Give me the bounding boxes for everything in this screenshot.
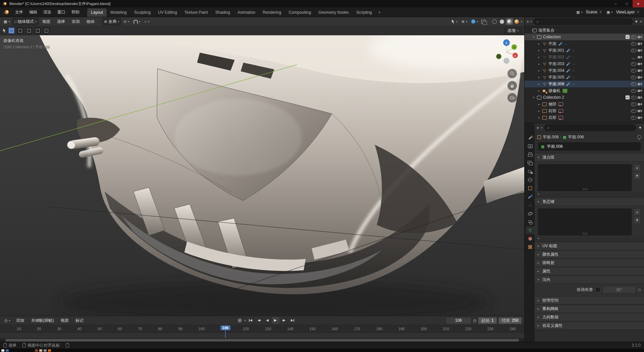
object-data-tab[interactable] (526, 226, 535, 234)
previous-keyframe-button[interactable] (255, 317, 263, 324)
outliner-item-label[interactable]: 平面.005 (548, 75, 564, 80)
disable-render-camera-icon[interactable] (638, 76, 642, 79)
preview-range-clock-icon[interactable]: ◷ (473, 319, 477, 322)
disable-render-camera-icon[interactable] (638, 103, 642, 106)
constraints-tab[interactable] (526, 218, 535, 226)
animate-property-icon[interactable] (638, 289, 641, 291)
snap-toggle[interactable]: ▾ (132, 18, 142, 25)
viewport-menu[interactable]: 选择 (54, 17, 68, 26)
mode-dropdown[interactable]: □ 物体模式 ▾ (12, 18, 39, 25)
workspace-tab[interactable]: Shading (212, 8, 234, 17)
disable-render-camera-icon[interactable] (638, 89, 642, 92)
expand-arrow-icon[interactable]: ▸ (537, 76, 541, 79)
mesh-name-field[interactable]: ▦ 平面.006 (538, 142, 641, 150)
outliner-row[interactable]: ▸ 平面.003 (525, 60, 644, 67)
material-tab[interactable] (526, 235, 535, 243)
expand-arrow-icon[interactable]: ▸ (537, 62, 541, 65)
disable-render-camera-icon[interactable] (638, 62, 642, 65)
outliner-row[interactable]: ▸ 平面.006 (525, 81, 644, 87)
outliner-row[interactable]: ▸ 平面.001 (525, 47, 644, 54)
list-footer-expand-icon[interactable]: ▸ (535, 192, 644, 197)
hide-viewport-eye-icon[interactable] (631, 116, 636, 120)
outliner-filter-icon[interactable]: ▼ (635, 20, 638, 24)
taskbar-icon[interactable] (35, 349, 38, 352)
timeline-menu[interactable]: 关键帧(插帧) (28, 316, 57, 325)
topbar-menu[interactable]: 渲染 (40, 8, 54, 17)
taskbar-icon[interactable] (39, 349, 42, 352)
texture-tab[interactable] (526, 243, 535, 251)
current-frame-badge[interactable]: 106 (220, 325, 230, 330)
outliner-row[interactable]: ▸ 后部 (525, 114, 644, 121)
tool-tab[interactable] (526, 134, 535, 142)
particles-tab[interactable] (526, 201, 535, 209)
timeline-scrollbar[interactable] (0, 338, 524, 342)
workspace-tab[interactable]: Layout (87, 8, 107, 17)
select-mode-subtract-button[interactable] (25, 27, 32, 34)
shading-solid-button[interactable] (499, 18, 505, 25)
render-tab[interactable] (526, 142, 535, 150)
xray-toggle[interactable] (480, 18, 487, 25)
outliner-item-label[interactable]: 平面.002 (548, 54, 564, 60)
outliner-row[interactable]: 场景集合 (525, 27, 644, 34)
viewlayer-field[interactable]: ViewLayer ✕ (614, 8, 641, 16)
hide-viewport-eye-icon[interactable] (631, 42, 636, 46)
outliner-item-label[interactable]: Collection (543, 35, 561, 39)
outliner-item-label[interactable]: 平面.006 (548, 81, 564, 87)
outliner-item-label[interactable]: Collection 2 (543, 95, 564, 100)
list-footer-expand-icon[interactable]: ▸ (535, 237, 644, 242)
scene-tab[interactable] (526, 168, 535, 175)
hide-viewport-eye-icon[interactable] (631, 96, 636, 99)
gizmos-dropdown[interactable]: ⊕ ▾ (460, 18, 469, 25)
play-button[interactable] (272, 317, 279, 324)
scene-unlink-icon[interactable]: ✕ (599, 10, 602, 14)
list-add-button[interactable]: + (634, 209, 641, 216)
jump-to-start-button[interactable] (247, 317, 254, 324)
expand-arrow-icon[interactable]: ▸ (537, 109, 541, 113)
add-workspace-button[interactable]: + (376, 8, 383, 17)
selectability-dropdown[interactable]: ▾ (450, 18, 459, 25)
expand-arrow-icon[interactable]: ▸ (537, 69, 541, 72)
expand-arrow-icon[interactable]: ▸ (537, 49, 541, 52)
outliner-row[interactable]: ▸ 前部 (525, 107, 644, 114)
properties-filter-icon[interactable]: ▼ (638, 126, 642, 130)
outliner-editor-icon[interactable]: ≡ (527, 20, 529, 24)
outliner-item-label[interactable]: 后部 (548, 115, 556, 121)
overlays-dropdown[interactable]: ▾ (470, 18, 480, 25)
hide-viewport-eye-icon[interactable] (631, 69, 636, 73)
hide-viewport-eye-icon[interactable] (631, 55, 636, 59)
disable-render-camera-icon[interactable] (638, 56, 642, 59)
outliner-item-label[interactable]: 平面 (548, 41, 556, 47)
taskbar-icon[interactable] (6, 349, 9, 352)
outliner-item-label[interactable]: 平面.003 (548, 61, 564, 67)
active-tool-icon[interactable] (3, 29, 6, 33)
object-tab[interactable] (526, 184, 535, 192)
timeline-track[interactable] (0, 333, 524, 338)
panel-header[interactable]: ▾ 法向 (535, 276, 644, 284)
maximize-button[interactable]: □ (621, 0, 633, 7)
outliner-item-label[interactable]: 平面.004 (548, 68, 564, 74)
list-add-button[interactable]: + (634, 164, 641, 171)
hide-viewport-eye-icon[interactable] (631, 109, 636, 113)
outliner-row[interactable]: ▸ 平面.004 (525, 67, 644, 74)
outliner-item-label[interactable]: 摄像机 (548, 88, 560, 94)
collection-checkbox[interactable] (626, 95, 630, 99)
close-button[interactable]: ✕ (633, 0, 644, 7)
world-tab[interactable] (526, 176, 535, 184)
taskbar-icon[interactable] (44, 349, 47, 352)
panel-header[interactable]: ▸ 自定义属性 (535, 322, 644, 330)
outliner-item-label[interactable]: 平面.001 (548, 48, 564, 53)
disable-render-camera-icon[interactable] (638, 96, 642, 99)
camera-view-button[interactable] (507, 93, 517, 102)
output-tab[interactable] (526, 151, 535, 159)
panel-header[interactable]: ▸ 面映射 (535, 259, 644, 267)
disable-render-camera-icon[interactable] (638, 42, 642, 45)
frame-start-field[interactable]: 起始 1 (478, 317, 497, 324)
panel-header[interactable]: ▾ 形态键 (535, 198, 644, 206)
hide-viewport-eye-icon[interactable] (631, 35, 636, 39)
pivot-point-dropdown[interactable]: ⊙ ▾ (122, 18, 131, 25)
select-mode-intersect-button[interactable] (43, 27, 50, 34)
panel-header[interactable]: ▸ 几何数据 (535, 313, 644, 321)
viewport-menu[interactable]: 视图 (39, 17, 53, 26)
timeline-menu[interactable]: 标记 (72, 316, 87, 325)
keying-caret[interactable]: ▾ (245, 319, 246, 322)
